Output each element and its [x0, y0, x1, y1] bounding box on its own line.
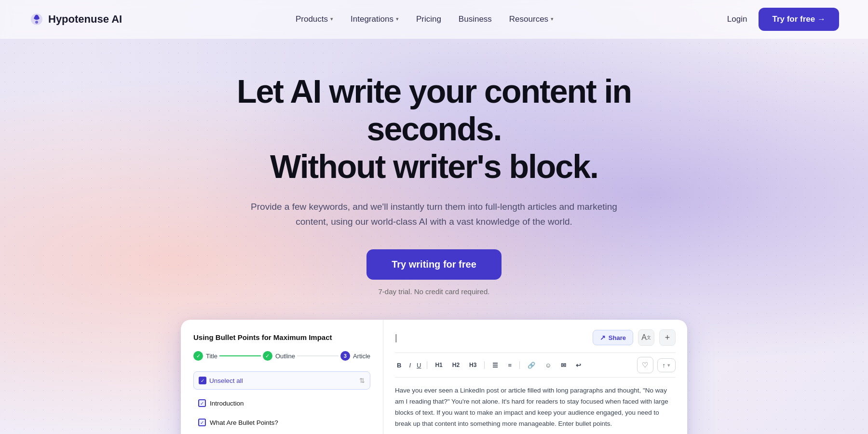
h1-button[interactable]: H1 [433, 361, 444, 369]
step-done-icon: ✓ [263, 351, 272, 361]
step-num-icon: 3 [340, 351, 350, 361]
editor-toolbar: B I U H1 H2 H3 ☰ ≡ 🔗 ☺ ✉ ↩ ♡ [395, 353, 676, 378]
step-done-icon: ✓ [193, 351, 203, 361]
trial-note: 7-day trial. No credit card required. [379, 287, 490, 296]
demo-right-panel: | ↗ Share A文 + B I U H1 [383, 320, 687, 434]
share-button[interactable]: ↗ Share [593, 330, 633, 345]
demo-topic: Using Bullet Points for Maximum Impact [193, 333, 370, 341]
editor-content: Have you ever seen a LinkedIn post or ar… [395, 385, 676, 434]
nav-resources[interactable]: Resources ▾ [509, 14, 554, 24]
logo-text: Hypotenuse AI [48, 13, 122, 26]
emoji-button[interactable]: ☺ [543, 361, 553, 370]
add-button[interactable]: + [659, 329, 676, 346]
underline-button[interactable]: U [417, 362, 421, 369]
outline-item-bullet-points: ✓ What Are Bullet Points? [193, 415, 370, 430]
demo-left-panel: Using Bullet Points for Maximum Impact ✓… [181, 320, 383, 434]
upload-button[interactable]: ↑ ▾ [657, 358, 676, 372]
chevron-down-icon: ▾ [396, 16, 399, 22]
favorite-button[interactable]: ♡ [637, 357, 653, 373]
upload-icon: ↑ [663, 362, 666, 369]
mail-button[interactable]: ✉ [559, 361, 568, 370]
logo-icon [29, 12, 44, 27]
steps-row: ✓ Title ✓ Outline 3 Article [193, 351, 370, 361]
toolbar-separator-3 [519, 361, 520, 369]
unselect-checkbox: ✓ [199, 377, 206, 384]
sort-icon: ⇅ [359, 377, 365, 384]
italic-button[interactable]: I [409, 362, 411, 369]
demo-wrapper: Using Bullet Points for Maximum Impact ✓… [0, 320, 868, 434]
align-button[interactable]: ≡ [506, 361, 514, 370]
hero-cta-button[interactable]: Try writing for free [366, 249, 502, 280]
nav-products[interactable]: Products ▾ [296, 14, 333, 24]
logo[interactable]: Hypotenuse AI [29, 12, 122, 27]
login-link[interactable]: Login [727, 14, 747, 24]
demo-right-header: | ↗ Share A文 + [395, 329, 676, 346]
h2-button[interactable]: H2 [450, 361, 461, 369]
share-icon: ↗ [600, 334, 606, 341]
checkbox-icon[interactable]: ✓ [198, 419, 206, 426]
translate-button[interactable]: A文 [638, 329, 654, 346]
step-line-2 [297, 355, 339, 356]
toolbar-left: B I U H1 H2 H3 ☰ ≡ 🔗 ☺ ✉ ↩ [395, 361, 583, 370]
content-paragraph-1: Have you ever seen a LinkedIn post or ar… [395, 385, 676, 430]
h3-button[interactable]: H3 [467, 361, 478, 369]
toolbar-right: ♡ ↑ ▾ [637, 357, 676, 373]
link-button[interactable]: 🔗 [526, 361, 537, 370]
undo-button[interactable]: ↩ [574, 361, 583, 370]
text-cursor-icon: | [395, 333, 397, 343]
hero-section: Let AI write your content in seconds. Wi… [0, 39, 868, 320]
nav-try-free-button[interactable]: Try for free → [759, 8, 839, 31]
upload-chevron: ▾ [667, 362, 670, 368]
nav-integrations[interactable]: Integrations ▾ [351, 14, 399, 24]
list-button[interactable]: ☰ [490, 361, 500, 370]
svg-point-0 [35, 21, 38, 24]
item-label: Introduction [210, 400, 244, 407]
step-title-label: Title [206, 353, 217, 360]
step-line-1 [219, 355, 261, 356]
toolbar-separator-2 [484, 361, 485, 369]
hero-title: Let AI write your content in seconds. Wi… [193, 72, 675, 186]
unselect-row[interactable]: ✓ Unselect all ⇅ [193, 371, 370, 390]
unselect-label: Unselect all [209, 377, 243, 384]
checkbox-icon[interactable]: ✓ [198, 399, 206, 407]
step-outline-label: Outline [275, 353, 295, 360]
bold-button[interactable]: B [395, 361, 403, 370]
item-label: What Are Bullet Points? [210, 419, 278, 426]
step-article-label: Article [353, 353, 370, 360]
nav-right: Login Try for free → [727, 8, 839, 31]
step-title: ✓ Title [193, 351, 217, 361]
nav-pricing[interactable]: Pricing [416, 14, 441, 24]
hero-subtitle: Provide a few keywords, and we'll instan… [246, 199, 622, 230]
step-article: 3 Article [340, 351, 370, 361]
demo-card: Using Bullet Points for Maximum Impact ✓… [181, 320, 687, 434]
header-actions: ↗ Share A文 + [593, 329, 676, 346]
nav-links: Products ▾ Integrations ▾ Pricing Busine… [296, 14, 554, 24]
toolbar-separator [427, 361, 427, 369]
step-outline: ✓ Outline [263, 351, 295, 361]
nav-business[interactable]: Business [459, 14, 492, 24]
chevron-down-icon: ▾ [330, 16, 333, 22]
chevron-down-icon: ▾ [551, 16, 554, 22]
navbar: Hypotenuse AI Products ▾ Integrations ▾ … [0, 0, 868, 39]
outline-item-introduction: ✓ Introduction [193, 395, 370, 411]
